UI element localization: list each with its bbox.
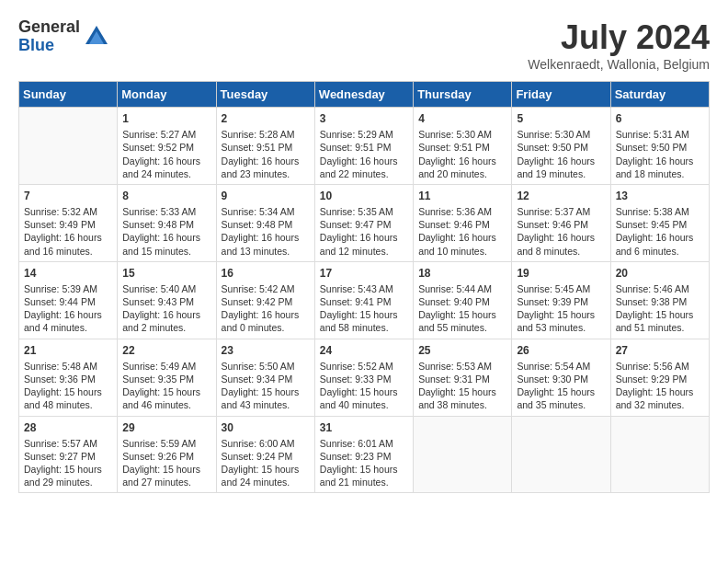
day-info: Sunrise: 5:49 AM Sunset: 9:35 PM Dayligh… xyxy=(122,360,210,412)
calendar-cell xyxy=(512,416,610,493)
calendar-cell xyxy=(414,416,512,493)
day-info: Sunrise: 5:36 AM Sunset: 9:46 PM Dayligh… xyxy=(418,205,506,258)
day-number: 12 xyxy=(517,189,605,203)
day-info: Sunrise: 5:33 AM Sunset: 9:48 PM Dayligh… xyxy=(122,205,210,258)
calendar-cell: 11Sunrise: 5:36 AM Sunset: 9:46 PM Dayli… xyxy=(414,184,512,261)
weekday-header: Monday xyxy=(118,82,216,108)
day-number: 19 xyxy=(517,266,605,281)
day-number: 8 xyxy=(122,189,210,203)
calendar-cell: 23Sunrise: 5:50 AM Sunset: 9:34 PM Dayli… xyxy=(216,339,314,416)
calendar-cell: 9Sunrise: 5:34 AM Sunset: 9:48 PM Daylig… xyxy=(216,184,314,261)
logo-general: General xyxy=(18,18,80,37)
day-number: 28 xyxy=(24,420,112,435)
day-info: Sunrise: 5:38 AM Sunset: 9:45 PM Dayligh… xyxy=(616,205,704,258)
page-header: General Blue July 2024 Welkenraedt, Wall… xyxy=(18,18,710,72)
calendar-week-row: 1Sunrise: 5:27 AM Sunset: 9:52 PM Daylig… xyxy=(19,108,710,185)
weekday-header: Tuesday xyxy=(216,82,314,108)
calendar-cell: 27Sunrise: 5:56 AM Sunset: 9:29 PM Dayli… xyxy=(610,339,709,416)
calendar-cell: 10Sunrise: 5:35 AM Sunset: 9:47 PM Dayli… xyxy=(314,184,413,261)
logo-text: General Blue xyxy=(18,18,80,55)
weekday-header-row: SundayMondayTuesdayWednesdayThursdayFrid… xyxy=(19,82,710,108)
day-number: 5 xyxy=(517,111,605,126)
calendar-cell: 22Sunrise: 5:49 AM Sunset: 9:35 PM Dayli… xyxy=(118,339,216,416)
calendar-cell: 13Sunrise: 5:38 AM Sunset: 9:45 PM Dayli… xyxy=(610,184,709,261)
day-number: 7 xyxy=(24,189,112,203)
calendar-cell: 12Sunrise: 5:37 AM Sunset: 9:46 PM Dayli… xyxy=(512,184,610,261)
calendar-cell: 1Sunrise: 5:27 AM Sunset: 9:52 PM Daylig… xyxy=(118,108,216,185)
day-info: Sunrise: 6:00 AM Sunset: 9:24 PM Dayligh… xyxy=(222,437,310,489)
day-info: Sunrise: 5:48 AM Sunset: 9:36 PM Dayligh… xyxy=(24,360,112,412)
weekday-header: Friday xyxy=(512,82,610,108)
day-info: Sunrise: 5:46 AM Sunset: 9:38 PM Dayligh… xyxy=(616,282,704,335)
day-info: Sunrise: 5:39 AM Sunset: 9:44 PM Dayligh… xyxy=(24,282,112,335)
day-info: Sunrise: 5:52 AM Sunset: 9:33 PM Dayligh… xyxy=(320,360,408,412)
day-number: 15 xyxy=(122,266,210,281)
day-info: Sunrise: 5:29 AM Sunset: 9:51 PM Dayligh… xyxy=(320,128,408,180)
day-info: Sunrise: 5:54 AM Sunset: 9:30 PM Dayligh… xyxy=(517,360,605,412)
day-info: Sunrise: 5:44 AM Sunset: 9:40 PM Dayligh… xyxy=(418,282,506,335)
calendar-week-row: 21Sunrise: 5:48 AM Sunset: 9:36 PM Dayli… xyxy=(19,339,710,416)
calendar-cell xyxy=(19,108,118,185)
day-number: 1 xyxy=(122,111,210,126)
day-number: 30 xyxy=(222,420,310,435)
day-info: Sunrise: 5:50 AM Sunset: 9:34 PM Dayligh… xyxy=(222,360,310,412)
day-number: 14 xyxy=(24,266,112,281)
day-number: 10 xyxy=(320,189,408,203)
weekday-header: Saturday xyxy=(610,82,709,108)
logo: General Blue xyxy=(18,18,109,55)
day-number: 18 xyxy=(418,266,506,281)
day-info: Sunrise: 5:57 AM Sunset: 9:27 PM Dayligh… xyxy=(24,437,112,489)
weekday-header: Wednesday xyxy=(314,82,413,108)
day-number: 17 xyxy=(320,266,408,281)
calendar-cell: 6Sunrise: 5:31 AM Sunset: 9:50 PM Daylig… xyxy=(610,108,709,185)
day-info: Sunrise: 5:35 AM Sunset: 9:47 PM Dayligh… xyxy=(320,205,408,258)
calendar-cell: 25Sunrise: 5:53 AM Sunset: 9:31 PM Dayli… xyxy=(414,339,512,416)
day-info: Sunrise: 5:37 AM Sunset: 9:46 PM Dayligh… xyxy=(517,205,605,258)
day-number: 27 xyxy=(616,343,704,358)
day-info: Sunrise: 5:42 AM Sunset: 9:42 PM Dayligh… xyxy=(222,282,310,335)
day-number: 26 xyxy=(517,343,605,358)
calendar-table: SundayMondayTuesdayWednesdayThursdayFrid… xyxy=(18,81,710,493)
day-info: Sunrise: 5:59 AM Sunset: 9:26 PM Dayligh… xyxy=(122,437,210,489)
calendar-cell: 17Sunrise: 5:43 AM Sunset: 9:41 PM Dayli… xyxy=(314,261,413,339)
calendar-cell: 8Sunrise: 5:33 AM Sunset: 9:48 PM Daylig… xyxy=(118,184,216,261)
title-block: July 2024 Welkenraedt, Wallonia, Belgium xyxy=(528,18,710,72)
day-number: 23 xyxy=(222,343,310,358)
weekday-header: Thursday xyxy=(414,82,512,108)
day-number: 24 xyxy=(320,343,408,358)
calendar-cell: 5Sunrise: 5:30 AM Sunset: 9:50 PM Daylig… xyxy=(512,108,610,185)
day-info: Sunrise: 5:32 AM Sunset: 9:49 PM Dayligh… xyxy=(24,205,112,258)
day-number: 20 xyxy=(616,266,704,281)
day-info: Sunrise: 5:40 AM Sunset: 9:43 PM Dayligh… xyxy=(122,282,210,335)
calendar-cell: 16Sunrise: 5:42 AM Sunset: 9:42 PM Dayli… xyxy=(216,261,314,339)
day-info: Sunrise: 5:30 AM Sunset: 9:51 PM Dayligh… xyxy=(418,128,506,180)
calendar-cell: 31Sunrise: 6:01 AM Sunset: 9:23 PM Dayli… xyxy=(314,416,413,493)
month-title: July 2024 xyxy=(528,18,710,57)
day-info: Sunrise: 5:30 AM Sunset: 9:50 PM Dayligh… xyxy=(517,128,605,180)
calendar-cell: 18Sunrise: 5:44 AM Sunset: 9:40 PM Dayli… xyxy=(414,261,512,339)
calendar-cell: 4Sunrise: 5:30 AM Sunset: 9:51 PM Daylig… xyxy=(414,108,512,185)
calendar-cell: 2Sunrise: 5:28 AM Sunset: 9:51 PM Daylig… xyxy=(216,108,314,185)
calendar-week-row: 7Sunrise: 5:32 AM Sunset: 9:49 PM Daylig… xyxy=(19,184,710,261)
day-number: 4 xyxy=(418,111,506,126)
logo-icon xyxy=(84,24,109,50)
day-info: Sunrise: 6:01 AM Sunset: 9:23 PM Dayligh… xyxy=(320,437,408,489)
calendar-cell: 7Sunrise: 5:32 AM Sunset: 9:49 PM Daylig… xyxy=(19,184,118,261)
day-number: 2 xyxy=(222,111,310,126)
calendar-cell: 26Sunrise: 5:54 AM Sunset: 9:30 PM Dayli… xyxy=(512,339,610,416)
day-number: 16 xyxy=(222,266,310,281)
calendar-cell: 30Sunrise: 6:00 AM Sunset: 9:24 PM Dayli… xyxy=(216,416,314,493)
calendar-cell: 28Sunrise: 5:57 AM Sunset: 9:27 PM Dayli… xyxy=(19,416,118,493)
logo-blue: Blue xyxy=(18,37,80,55)
day-info: Sunrise: 5:28 AM Sunset: 9:51 PM Dayligh… xyxy=(222,128,310,180)
location: Welkenraedt, Wallonia, Belgium xyxy=(528,57,710,72)
day-number: 13 xyxy=(616,189,704,203)
calendar-cell: 15Sunrise: 5:40 AM Sunset: 9:43 PM Dayli… xyxy=(118,261,216,339)
day-number: 3 xyxy=(320,111,408,126)
day-number: 6 xyxy=(616,111,704,126)
day-number: 25 xyxy=(418,343,506,358)
day-info: Sunrise: 5:43 AM Sunset: 9:41 PM Dayligh… xyxy=(320,282,408,335)
calendar-cell xyxy=(610,416,709,493)
calendar-cell: 19Sunrise: 5:45 AM Sunset: 9:39 PM Dayli… xyxy=(512,261,610,339)
calendar-week-row: 14Sunrise: 5:39 AM Sunset: 9:44 PM Dayli… xyxy=(19,261,710,339)
